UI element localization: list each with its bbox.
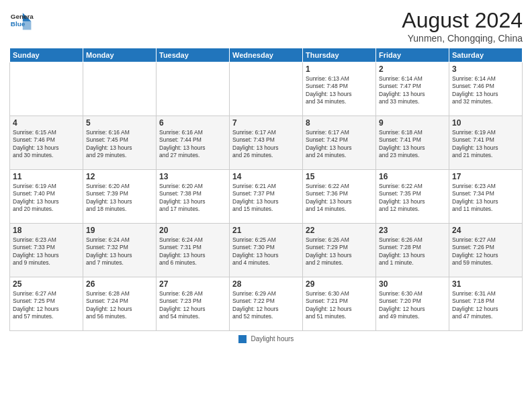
calendar-cell: 5Sunrise: 6:16 AMSunset: 7:45 PMDaylight… xyxy=(83,116,157,170)
day-info: Sunrise: 6:24 AMSunset: 7:32 PMDaylight:… xyxy=(86,236,153,267)
calendar-cell: 15Sunrise: 6:22 AMSunset: 7:36 PMDayligh… xyxy=(303,170,376,224)
calendar-cell: 13Sunrise: 6:20 AMSunset: 7:38 PMDayligh… xyxy=(157,170,230,224)
footer: Daylight hours xyxy=(9,335,523,343)
calendar-cell: 25Sunrise: 6:27 AMSunset: 7:25 PMDayligh… xyxy=(10,277,83,331)
calendar-cell: 2Sunrise: 6:14 AMSunset: 7:47 PMDaylight… xyxy=(376,62,449,116)
day-number: 21 xyxy=(232,226,300,235)
calendar-cell: 16Sunrise: 6:22 AMSunset: 7:35 PMDayligh… xyxy=(376,170,449,224)
day-info: Sunrise: 6:14 AMSunset: 7:47 PMDaylight:… xyxy=(379,75,446,106)
calendar-cell xyxy=(157,62,230,116)
header: General Blue August 2024 Yunmen, Chongqi… xyxy=(9,8,523,44)
day-info: Sunrise: 6:30 AMSunset: 7:20 PMDaylight:… xyxy=(379,290,446,321)
day-info: Sunrise: 6:20 AMSunset: 7:38 PMDaylight:… xyxy=(159,183,226,214)
day-number: 24 xyxy=(452,226,519,235)
calendar-cell xyxy=(83,62,157,116)
day-number: 16 xyxy=(379,172,446,181)
day-number: 9 xyxy=(379,118,446,128)
day-number: 10 xyxy=(452,118,519,128)
calendar-cell: 7Sunrise: 6:17 AMSunset: 7:43 PMDaylight… xyxy=(230,116,303,170)
svg-text:Blue: Blue xyxy=(11,20,26,28)
day-info: Sunrise: 6:17 AMSunset: 7:42 PMDaylight:… xyxy=(306,129,373,160)
day-info: Sunrise: 6:29 AMSunset: 7:22 PMDaylight:… xyxy=(232,290,300,321)
calendar-cell: 19Sunrise: 6:24 AMSunset: 7:32 PMDayligh… xyxy=(83,224,157,277)
day-info: Sunrise: 6:19 AMSunset: 7:41 PMDaylight:… xyxy=(452,129,519,160)
calendar-cell: 20Sunrise: 6:24 AMSunset: 7:31 PMDayligh… xyxy=(157,224,230,277)
day-number: 18 xyxy=(13,226,80,235)
weekday-header-thursday: Thursday xyxy=(303,48,376,62)
day-info: Sunrise: 6:25 AMSunset: 7:30 PMDaylight:… xyxy=(232,236,300,267)
day-info: Sunrise: 6:20 AMSunset: 7:39 PMDaylight:… xyxy=(86,183,153,214)
calendar-cell: 9Sunrise: 6:18 AMSunset: 7:41 PMDaylight… xyxy=(376,116,449,170)
day-number: 5 xyxy=(86,118,153,128)
calendar-cell: 11Sunrise: 6:19 AMSunset: 7:40 PMDayligh… xyxy=(10,170,83,224)
day-number: 15 xyxy=(306,172,373,181)
day-number: 6 xyxy=(159,118,226,128)
location: Yunmen, Chongqing, China xyxy=(402,33,523,44)
page-container: General Blue August 2024 Yunmen, Chongqi… xyxy=(0,0,532,411)
calendar-cell: 14Sunrise: 6:21 AMSunset: 7:37 PMDayligh… xyxy=(230,170,303,224)
day-info: Sunrise: 6:24 AMSunset: 7:31 PMDaylight:… xyxy=(159,236,226,267)
calendar-cell: 1Sunrise: 6:13 AMSunset: 7:48 PMDaylight… xyxy=(303,62,376,116)
day-info: Sunrise: 6:22 AMSunset: 7:36 PMDaylight:… xyxy=(306,183,373,214)
logo: General Blue xyxy=(9,8,36,32)
calendar-cell: 27Sunrise: 6:28 AMSunset: 7:23 PMDayligh… xyxy=(157,277,230,331)
day-info: Sunrise: 6:18 AMSunset: 7:41 PMDaylight:… xyxy=(379,129,446,160)
week-row-0: 1Sunrise: 6:13 AMSunset: 7:48 PMDaylight… xyxy=(10,62,523,116)
day-info: Sunrise: 6:31 AMSunset: 7:18 PMDaylight:… xyxy=(452,290,519,321)
day-number: 30 xyxy=(379,279,446,289)
weekday-header-saturday: Saturday xyxy=(449,48,523,62)
day-info: Sunrise: 6:16 AMSunset: 7:44 PMDaylight:… xyxy=(159,129,226,160)
calendar-cell: 30Sunrise: 6:30 AMSunset: 7:20 PMDayligh… xyxy=(376,277,449,331)
day-number: 23 xyxy=(379,226,446,235)
logo-icon: General Blue xyxy=(9,8,34,32)
day-info: Sunrise: 6:17 AMSunset: 7:43 PMDaylight:… xyxy=(232,129,300,160)
day-number: 12 xyxy=(86,172,153,181)
calendar-cell: 22Sunrise: 6:26 AMSunset: 7:29 PMDayligh… xyxy=(303,224,376,277)
day-number: 25 xyxy=(13,279,80,289)
calendar-cell: 3Sunrise: 6:14 AMSunset: 7:46 PMDaylight… xyxy=(449,62,523,116)
weekday-header-monday: Monday xyxy=(83,48,157,62)
weekday-header-friday: Friday xyxy=(376,48,449,62)
day-number: 4 xyxy=(13,118,80,128)
calendar-cell: 10Sunrise: 6:19 AMSunset: 7:41 PMDayligh… xyxy=(449,116,523,170)
calendar-cell: 26Sunrise: 6:28 AMSunset: 7:24 PMDayligh… xyxy=(83,277,157,331)
day-info: Sunrise: 6:19 AMSunset: 7:40 PMDaylight:… xyxy=(13,183,80,214)
day-number: 26 xyxy=(86,279,153,289)
day-number: 27 xyxy=(159,279,226,289)
calendar-cell xyxy=(10,62,83,116)
day-info: Sunrise: 6:27 AMSunset: 7:26 PMDaylight:… xyxy=(452,236,519,267)
day-number: 11 xyxy=(13,172,80,181)
day-number: 29 xyxy=(306,279,373,289)
calendar-table: SundayMondayTuesdayWednesdayThursdayFrid… xyxy=(9,48,523,331)
weekday-header-wednesday: Wednesday xyxy=(230,48,303,62)
calendar-cell: 4Sunrise: 6:15 AMSunset: 7:46 PMDaylight… xyxy=(10,116,83,170)
day-info: Sunrise: 6:14 AMSunset: 7:46 PMDaylight:… xyxy=(452,75,519,106)
svg-text:General: General xyxy=(11,13,34,20)
day-info: Sunrise: 6:30 AMSunset: 7:21 PMDaylight:… xyxy=(306,290,373,321)
day-number: 22 xyxy=(306,226,373,235)
day-info: Sunrise: 6:22 AMSunset: 7:35 PMDaylight:… xyxy=(379,183,446,214)
calendar-cell: 31Sunrise: 6:31 AMSunset: 7:18 PMDayligh… xyxy=(449,277,523,331)
day-info: Sunrise: 6:23 AMSunset: 7:34 PMDaylight:… xyxy=(452,183,519,214)
calendar-cell: 29Sunrise: 6:30 AMSunset: 7:21 PMDayligh… xyxy=(303,277,376,331)
day-info: Sunrise: 6:28 AMSunset: 7:23 PMDaylight:… xyxy=(159,290,226,321)
calendar-cell: 17Sunrise: 6:23 AMSunset: 7:34 PMDayligh… xyxy=(449,170,523,224)
day-info: Sunrise: 6:26 AMSunset: 7:29 PMDaylight:… xyxy=(306,236,373,267)
calendar-cell: 12Sunrise: 6:20 AMSunset: 7:39 PMDayligh… xyxy=(83,170,157,224)
calendar-cell: 8Sunrise: 6:17 AMSunset: 7:42 PMDaylight… xyxy=(303,116,376,170)
day-number: 3 xyxy=(452,64,519,74)
calendar-cell: 21Sunrise: 6:25 AMSunset: 7:30 PMDayligh… xyxy=(230,224,303,277)
day-info: Sunrise: 6:28 AMSunset: 7:24 PMDaylight:… xyxy=(86,290,153,321)
calendar-cell: 24Sunrise: 6:27 AMSunset: 7:26 PMDayligh… xyxy=(449,224,523,277)
calendar-cell: 23Sunrise: 6:26 AMSunset: 7:28 PMDayligh… xyxy=(376,224,449,277)
day-number: 1 xyxy=(306,64,373,74)
day-number: 14 xyxy=(232,172,300,181)
week-row-2: 11Sunrise: 6:19 AMSunset: 7:40 PMDayligh… xyxy=(10,170,523,224)
week-row-4: 25Sunrise: 6:27 AMSunset: 7:25 PMDayligh… xyxy=(10,277,523,331)
week-row-3: 18Sunrise: 6:23 AMSunset: 7:33 PMDayligh… xyxy=(10,224,523,277)
day-number: 20 xyxy=(159,226,226,235)
week-row-1: 4Sunrise: 6:15 AMSunset: 7:46 PMDaylight… xyxy=(10,116,523,170)
weekday-header-tuesday: Tuesday xyxy=(157,48,230,62)
daylight-color-swatch xyxy=(238,335,247,343)
day-info: Sunrise: 6:23 AMSunset: 7:33 PMDaylight:… xyxy=(13,236,80,267)
